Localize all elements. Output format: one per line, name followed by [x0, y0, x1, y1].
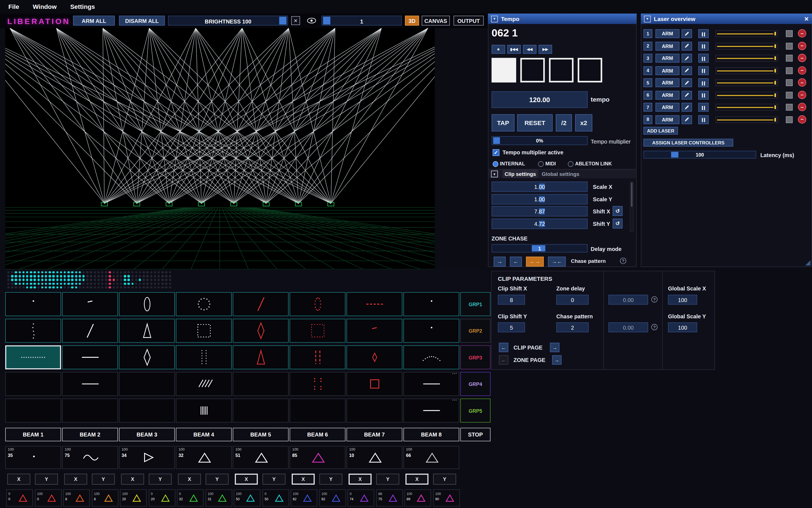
laser-pause-button-2[interactable]	[698, 41, 709, 50]
slider-handle[interactable]	[774, 44, 776, 48]
laser-number-8[interactable]: 8	[644, 115, 652, 124]
clip-cell-r1c2[interactable]	[62, 292, 118, 316]
clip-cell-r3c5[interactable]	[233, 345, 289, 369]
clip-page-next-button[interactable]: →	[550, 343, 559, 352]
zone-page-prev-button[interactable]: ←	[499, 355, 508, 365]
clip-cell-r4c1[interactable]	[5, 372, 61, 396]
clip-cell-r1c4[interactable]	[176, 292, 232, 316]
bottom-clip-3[interactable]: 1008	[63, 489, 90, 506]
chase-pattern-help-icon[interactable]: ?	[620, 258, 626, 264]
group-button-grp1[interactable]: GRP1	[460, 292, 491, 316]
slider-handle[interactable]	[774, 81, 776, 84]
beam-button-5[interactable]: BEAM 5	[233, 428, 289, 441]
bottom-clip-6[interactable]: 020	[149, 489, 175, 506]
x-button-1[interactable]: X	[7, 474, 30, 485]
clip-cell-r1c7[interactable]	[347, 292, 402, 316]
tap-button[interactable]: TAP	[492, 114, 515, 131]
laser-number-7[interactable]: 7	[644, 103, 652, 112]
y-button-4[interactable]: Y	[205, 474, 229, 485]
laser-edit-button-5[interactable]	[682, 78, 692, 87]
stop-button[interactable]: STOP	[460, 428, 491, 441]
panel-resize-grip[interactable]	[805, 260, 810, 266]
tempo-multiplier-active-checkbox[interactable]: ✓	[493, 149, 500, 156]
x-button-3[interactable]: X	[121, 474, 144, 485]
laser-arm-button-1[interactable]: ARM	[655, 29, 680, 38]
source-radio-ableton-link[interactable]	[568, 161, 574, 167]
fader-cell-8[interactable]: 10066	[404, 446, 459, 469]
laser-intensity-slider-2[interactable]	[715, 43, 778, 49]
reset-button[interactable]: RESET	[517, 114, 553, 131]
laser-edit-button-2[interactable]	[682, 41, 692, 50]
fader-cell-2[interactable]: 10075	[62, 446, 118, 469]
laser-remove-button-4[interactable]: −	[798, 66, 806, 74]
clip-cell-r1c1[interactable]	[5, 292, 61, 316]
clip-cell-r5c1[interactable]	[5, 399, 61, 423]
scrollbar-thumb[interactable]	[631, 182, 633, 207]
clip-cell-r4c5[interactable]	[233, 372, 289, 396]
clip-shift-x-field[interactable]: 8	[498, 295, 525, 305]
tempo-multiplier-slider[interactable]: 0%	[492, 136, 588, 145]
tab-clip-settings[interactable]: Clip settings	[503, 170, 538, 178]
source-radio-midi[interactable]	[538, 161, 544, 167]
reset-shift-y-button[interactable]: ↺	[613, 218, 622, 228]
3d-view-button[interactable]: 3D	[405, 16, 419, 26]
laser-remove-button-8[interactable]: −	[798, 115, 806, 123]
clip-cell-r3c2[interactable]	[62, 345, 118, 369]
chase-pattern-button-2[interactable]: ←	[510, 257, 522, 267]
preview-3d-viewport[interactable]	[5, 28, 435, 269]
global-scale-x-field[interactable]: 100	[668, 295, 697, 305]
laser-color-swatch-7[interactable]	[786, 104, 793, 111]
laser-number-1[interactable]: 1	[644, 29, 652, 38]
clip-cell-r5c4[interactable]	[176, 399, 232, 423]
chase-pattern-button-4[interactable]: →←	[548, 257, 566, 267]
menu-file[interactable]: File	[8, 3, 19, 10]
x-button-2[interactable]: X	[64, 474, 87, 485]
x-button-4[interactable]: X	[178, 474, 201, 485]
laser-edit-button-6[interactable]	[682, 91, 692, 99]
clip-cell-r2c5[interactable]	[233, 319, 289, 343]
clip-shift-y-field[interactable]: 5	[498, 323, 525, 332]
slider-handle[interactable]	[774, 118, 776, 121]
laser-remove-button-2[interactable]: −	[798, 41, 806, 50]
laser-arm-button-5[interactable]: ARM	[655, 78, 680, 87]
laser-number-2[interactable]: 2	[644, 41, 652, 50]
laser-number-3[interactable]: 3	[644, 54, 652, 63]
clip-cell-r2c4[interactable]	[176, 319, 232, 343]
laser-color-swatch-5[interactable]	[786, 79, 793, 86]
clip-cell-r3c3[interactable]	[119, 345, 175, 369]
chase-pattern-button-1[interactable]: →	[494, 257, 505, 267]
bottom-clip-4[interactable]: 1008	[92, 489, 119, 506]
bottom-clip-10[interactable]: 050	[262, 489, 289, 506]
tempo-panel-header[interactable]: ▼ Tempo	[488, 13, 637, 24]
laser-pause-button-5[interactable]	[698, 78, 709, 87]
clip-cell-r5c7[interactable]	[347, 399, 402, 423]
clip-page-prev-button[interactable]: ←	[499, 343, 508, 352]
slider-handle[interactable]	[774, 32, 776, 35]
reset-shift-x-button[interactable]: ↺	[613, 206, 622, 216]
setting-field-shift-x[interactable]: 7.87	[492, 206, 588, 216]
clip-cell-r5c5[interactable]	[233, 399, 289, 423]
global-scale-y-field[interactable]: 100	[668, 323, 697, 332]
output-button[interactable]: OUTPUT	[453, 16, 484, 26]
laser-arm-button-8[interactable]: ARM	[655, 115, 680, 124]
help-icon[interactable]: ?	[651, 296, 658, 303]
zone-delay-field[interactable]: 0	[556, 295, 588, 305]
fader-cell-4[interactable]: 10032	[176, 446, 232, 469]
x-button-7[interactable]: X	[349, 474, 371, 485]
bottom-clip-7[interactable]: 032	[177, 489, 204, 506]
x-button-6[interactable]: X	[292, 474, 315, 485]
y-button-3[interactable]: Y	[149, 474, 171, 485]
bottom-clip-8[interactable]: 10031	[205, 489, 232, 506]
tempo-half-button[interactable]: /2	[556, 114, 572, 131]
tempo-double-button[interactable]: x2	[575, 114, 592, 131]
clip-cell-r3c1[interactable]	[5, 345, 61, 369]
laser-number-6[interactable]: 6	[644, 91, 652, 99]
menu-settings[interactable]: Settings	[70, 3, 95, 10]
disarm-all-button[interactable]: DISARM ALL	[119, 16, 165, 26]
bottom-clip-14[interactable]: 8675	[376, 489, 403, 506]
setting-field-scale-y[interactable]: 1.00	[492, 194, 588, 204]
beam-button-8[interactable]: BEAM 8	[404, 428, 459, 441]
brightness-slider-handle[interactable]	[279, 16, 286, 24]
clip-cell-r1c3[interactable]	[119, 292, 175, 316]
laser-color-swatch-2[interactable]	[786, 43, 793, 49]
